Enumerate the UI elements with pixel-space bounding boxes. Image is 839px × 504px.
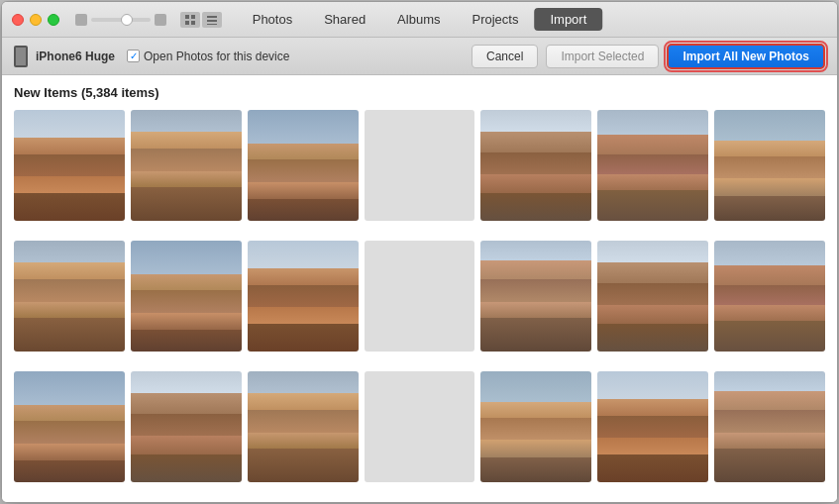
photo-item[interactable] bbox=[131, 371, 242, 482]
svg-rect-4 bbox=[207, 16, 217, 18]
photo-item-empty[interactable] bbox=[365, 241, 475, 352]
svg-rect-6 bbox=[207, 24, 217, 25]
photo-item[interactable] bbox=[480, 241, 591, 352]
open-photos-checkbox[interactable] bbox=[127, 50, 140, 62]
svg-rect-5 bbox=[207, 20, 217, 22]
photo-item[interactable] bbox=[248, 110, 359, 221]
grid-icon bbox=[185, 15, 195, 25]
import-all-button[interactable]: Import All New Photos bbox=[667, 44, 825, 69]
traffic-lights bbox=[12, 14, 59, 26]
svg-rect-3 bbox=[191, 21, 195, 25]
photo-item[interactable] bbox=[597, 241, 708, 352]
photo-item[interactable] bbox=[597, 371, 708, 482]
section-title: New Items (5,384 items) bbox=[14, 85, 825, 100]
window-controls bbox=[12, 12, 222, 28]
grid-small-icon bbox=[75, 14, 87, 26]
photo-item[interactable] bbox=[248, 241, 359, 352]
main-window: Photos Shared Albums Projects Import iPh… bbox=[1, 1, 838, 503]
photo-item[interactable] bbox=[714, 371, 825, 482]
photo-item[interactable] bbox=[248, 371, 359, 482]
photo-item[interactable] bbox=[714, 110, 825, 221]
open-photos-checkbox-area: Open Photos for this device bbox=[127, 50, 289, 63]
photo-item[interactable] bbox=[14, 110, 125, 221]
list-view-button[interactable] bbox=[202, 12, 222, 28]
svg-rect-2 bbox=[185, 21, 189, 25]
toolbar: iPhone6 Huge Open Photos for this device… bbox=[2, 38, 837, 75]
tab-projects[interactable]: Projects bbox=[456, 8, 534, 31]
maximize-button[interactable] bbox=[48, 14, 59, 26]
row-gap bbox=[14, 357, 825, 371]
import-selected-button[interactable]: Import Selected bbox=[546, 45, 659, 68]
device-name: iPhone6 Huge bbox=[36, 50, 115, 63]
svg-rect-0 bbox=[185, 15, 189, 19]
tab-photos[interactable]: Photos bbox=[237, 8, 308, 31]
cancel-button[interactable]: Cancel bbox=[472, 45, 538, 68]
photo-item[interactable] bbox=[14, 241, 125, 352]
open-photos-label: Open Photos for this device bbox=[144, 50, 289, 63]
photo-item[interactable] bbox=[480, 110, 591, 221]
photo-row-2 bbox=[14, 241, 825, 352]
photo-content[interactable]: New Items (5,384 items) bbox=[2, 75, 837, 502]
photo-item-empty[interactable] bbox=[365, 371, 475, 482]
photo-row-1 bbox=[14, 110, 825, 221]
grid-view-button[interactable] bbox=[180, 12, 200, 28]
grid-large-icon bbox=[155, 14, 166, 26]
minimize-button[interactable] bbox=[30, 14, 42, 26]
zoom-slider-area bbox=[75, 14, 166, 26]
svg-rect-1 bbox=[191, 15, 195, 19]
row-gap bbox=[14, 227, 825, 241]
view-toggle bbox=[180, 12, 222, 28]
nav-tabs: Photos Shared Albums Projects Import bbox=[237, 8, 603, 31]
photo-item[interactable] bbox=[714, 241, 825, 352]
slider-thumb bbox=[121, 14, 133, 26]
list-icon bbox=[207, 15, 217, 25]
titlebar: Photos Shared Albums Projects Import bbox=[2, 2, 837, 38]
device-icon bbox=[14, 46, 28, 67]
photo-row-3 bbox=[14, 371, 825, 482]
photo-item[interactable] bbox=[131, 110, 242, 221]
zoom-slider[interactable] bbox=[91, 18, 151, 22]
photo-item[interactable] bbox=[597, 110, 708, 221]
tab-albums[interactable]: Albums bbox=[381, 8, 456, 31]
photo-item[interactable] bbox=[131, 241, 242, 352]
tab-shared[interactable]: Shared bbox=[308, 8, 381, 31]
photo-item[interactable] bbox=[480, 371, 591, 482]
tab-import[interactable]: Import bbox=[534, 8, 602, 31]
photo-item[interactable] bbox=[14, 371, 125, 482]
photo-item-empty[interactable] bbox=[365, 110, 475, 221]
close-button[interactable] bbox=[12, 14, 24, 26]
